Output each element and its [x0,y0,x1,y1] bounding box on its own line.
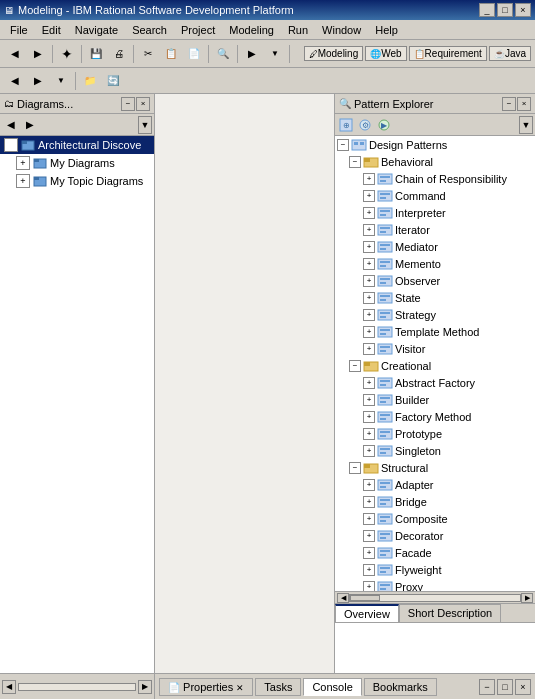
pt-memento[interactable]: + Memento [335,255,535,272]
status-scroll-right[interactable]: ▶ [138,680,152,694]
pt-expand-iterator[interactable]: + [363,224,375,236]
pattern-minimize-button[interactable]: − [502,97,516,111]
pt-expand-strategy[interactable]: + [363,309,375,321]
pt-expand-command[interactable]: + [363,190,375,202]
pt-expand-facade[interactable]: + [363,547,375,559]
status-minimize-btn[interactable]: − [479,679,495,695]
status-close-btn[interactable]: × [515,679,531,695]
toolbar-paste[interactable]: 📄 [183,43,205,65]
pt-expand-decorator[interactable]: + [363,530,375,542]
toolbar2-extra1[interactable]: 📁 [79,70,101,92]
toolbar2-extra2[interactable]: 🔄 [102,70,124,92]
pt-command[interactable]: + Command [335,187,535,204]
pt-structural[interactable]: − Structural [335,459,535,476]
pt-expand-prototype[interactable]: + [363,428,375,440]
status-scroll-left[interactable]: ◀ [2,680,16,694]
pt-expand-chain[interactable]: + [363,173,375,185]
menu-project[interactable]: Project [175,22,221,38]
diagrams-minimize-button[interactable]: − [121,97,135,111]
status-tab-tasks[interactable]: Tasks [255,678,301,696]
toolbar2-back[interactable]: ◀ [4,70,26,92]
pt-expand-builder[interactable]: + [363,394,375,406]
pt-expand-bridge[interactable]: + [363,496,375,508]
pt-factory-method[interactable]: + Factory Method [335,408,535,425]
pattern-toolbar-dropdown[interactable]: ▼ [519,116,533,134]
menu-run[interactable]: Run [282,22,314,38]
toolbar-forward[interactable]: ▶ [27,43,49,65]
toolbar-new[interactable]: ✦ [56,43,78,65]
pt-decorator[interactable]: + Decorator [335,527,535,544]
pt-expand-memento[interactable]: + [363,258,375,270]
status-hscroll[interactable] [18,683,136,691]
menu-search[interactable]: Search [126,22,173,38]
hscroll-right-btn[interactable]: ▶ [521,593,533,603]
tree-expand-mydiagrams[interactable]: + [16,156,30,170]
pt-interpreter[interactable]: + Interpreter [335,204,535,221]
hscrollbar-thumb[interactable] [350,595,380,601]
pt-creational[interactable]: − Creational [335,357,535,374]
pt-expand-visitor[interactable]: + [363,343,375,355]
toolbar-run-dropdown[interactable]: ▼ [264,43,286,65]
pt-expand-state[interactable]: + [363,292,375,304]
pt-expand-behavioral[interactable]: − [349,156,361,168]
tree-item-mytopic[interactable]: + My Topic Diagrams [0,172,154,190]
pt-expand-abstract-factory[interactable]: + [363,377,375,389]
pt-chain[interactable]: + Chain of Responsibility [335,170,535,187]
pt-expand-root[interactable]: − [337,139,349,151]
pt-expand-singleton[interactable]: + [363,445,375,457]
perspective-web[interactable]: 🌐 Web [365,46,406,61]
close-button[interactable]: × [515,3,531,17]
pt-expand-composite[interactable]: + [363,513,375,525]
pt-expand-flyweight[interactable]: + [363,564,375,576]
tree-item-architectural[interactable]: + Architectural Discove [0,136,154,154]
toolbar2-dropdown[interactable]: ▼ [50,70,72,92]
pt-observer[interactable]: + Observer [335,272,535,289]
pt-visitor[interactable]: + Visitor [335,340,535,357]
tree-item-mydiagrams[interactable]: + My Diagrams [0,154,154,172]
pt-expand-mediator[interactable]: + [363,241,375,253]
pt-iterator[interactable]: + Iterator [335,221,535,238]
pt-expand-factory-method[interactable]: + [363,411,375,423]
status-maximize-btn[interactable]: □ [497,679,513,695]
pt-template-method[interactable]: + Template Method [335,323,535,340]
tree-expand-mytopic[interactable]: + [16,174,30,188]
toolbar-search-btn[interactable]: 🔍 [212,43,234,65]
toolbar-save[interactable]: 💾 [85,43,107,65]
toolbar2-forward[interactable]: ▶ [27,70,49,92]
perspective-requirement[interactable]: 📋 Requirement [409,46,487,61]
menu-file[interactable]: File [4,22,34,38]
diagrams-close-button[interactable]: × [136,97,150,111]
menu-edit[interactable]: Edit [36,22,67,38]
pt-composite[interactable]: + Composite [335,510,535,527]
pt-design-patterns[interactable]: − Design Patterns [335,136,535,153]
pattern-toolbar-btn2[interactable]: ⚙ [356,116,374,134]
maximize-button[interactable]: □ [497,3,513,17]
pt-adapter[interactable]: + Adapter [335,476,535,493]
menu-window[interactable]: Window [316,22,367,38]
pt-proxy[interactable]: + Proxy [335,578,535,591]
pt-state[interactable]: + State [335,289,535,306]
pattern-close-button[interactable]: × [517,97,531,111]
toolbar-copy[interactable]: 📋 [160,43,182,65]
pt-expand-creational[interactable]: − [349,360,361,372]
diagrams-nav-forward[interactable]: ▶ [21,116,39,134]
hscroll-left-btn[interactable]: ◀ [337,593,349,603]
hscrollbar[interactable] [349,594,521,602]
pt-expand-proxy[interactable]: + [363,581,375,592]
status-tab-properties[interactable]: 📄 Properties ✕ [159,678,253,696]
pt-expand-adapter[interactable]: + [363,479,375,491]
toolbar-print[interactable]: 🖨 [108,43,130,65]
perspective-java[interactable]: ☕ Java [489,46,531,61]
toolbar-cut[interactable]: ✂ [137,43,159,65]
status-tab-bookmarks[interactable]: Bookmarks [364,678,437,696]
pt-mediator[interactable]: + Mediator [335,238,535,255]
minimize-button[interactable]: _ [479,3,495,17]
pt-expand-observer[interactable]: + [363,275,375,287]
pt-expand-interpreter[interactable]: + [363,207,375,219]
pt-prototype[interactable]: + Prototype [335,425,535,442]
toolbar-run[interactable]: ▶ [241,43,263,65]
diagrams-nav-dropdown[interactable]: ▼ [138,116,152,134]
pt-abstract-factory[interactable]: + Abstract Factory [335,374,535,391]
pt-behavioral[interactable]: − Behavioral [335,153,535,170]
pt-expand-structural[interactable]: − [349,462,361,474]
